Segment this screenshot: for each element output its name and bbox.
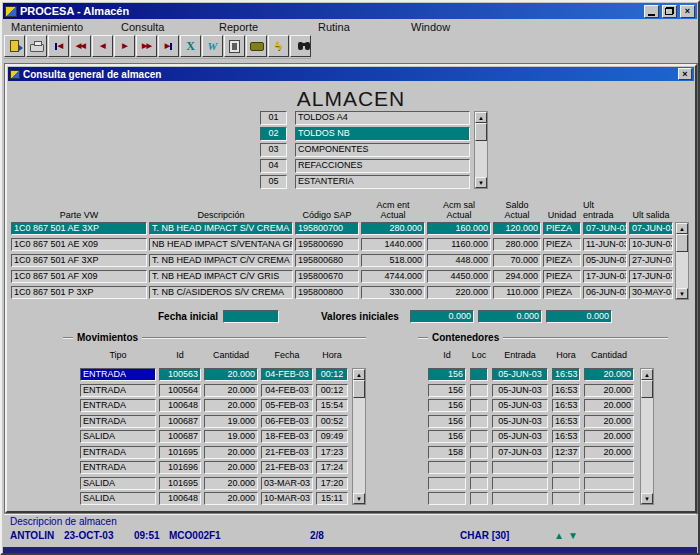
table-cell[interactable]: 17:24 xyxy=(316,461,348,474)
table-cell[interactable]: 17:20 xyxy=(316,477,348,490)
table-cell[interactable]: 16:53 xyxy=(552,415,580,428)
table-cell[interactable]: 100564 xyxy=(159,384,201,397)
table-cell[interactable]: 05-JUN-03 xyxy=(583,254,627,267)
table-cell[interactable]: 20.000 xyxy=(204,492,258,505)
menu-window[interactable]: Window xyxy=(411,21,450,33)
previous-block-button[interactable]: ◀◀ xyxy=(70,35,91,57)
scroll-down-icon[interactable]: ▼ xyxy=(641,493,653,504)
table-cell[interactable]: 156 xyxy=(428,384,466,397)
table-cell[interactable]: ENTRADA xyxy=(80,415,156,428)
first-record-button[interactable]: ◀ xyxy=(48,35,69,57)
table-cell[interactable] xyxy=(470,461,488,474)
table-cell[interactable] xyxy=(492,492,548,505)
table-cell[interactable]: 20.000 xyxy=(204,446,258,459)
scroll-down-icon[interactable]: ▼ xyxy=(475,177,487,188)
table-cell[interactable]: ENTRADA xyxy=(80,384,156,397)
table-cell[interactable]: 4744.000 xyxy=(361,270,425,283)
table-cell[interactable]: PIEZA xyxy=(543,238,581,251)
table-cell[interactable]: 195800700 xyxy=(295,222,359,235)
scrollbar-track[interactable] xyxy=(676,252,688,288)
table-cell[interactable]: 05-FEB-03 xyxy=(261,399,313,412)
table-cell[interactable]: 27-JUN-03 xyxy=(629,254,673,267)
execute-query-button[interactable]: ϟ xyxy=(268,35,289,57)
table-cell[interactable]: 20.000 xyxy=(204,384,258,397)
table-cell[interactable]: 110.000 xyxy=(493,286,541,299)
table-cell[interactable]: 17-JUN-03 xyxy=(629,270,673,283)
table-cell[interactable]: 195800800 xyxy=(295,286,359,299)
table-cell[interactable]: 1C0 867 501 AE 3XP xyxy=(11,222,147,235)
table-cell[interactable]: ENTRADA xyxy=(80,446,156,459)
next-record-button[interactable]: ▶ xyxy=(114,35,135,57)
scroll-up-icon[interactable]: ▲ xyxy=(475,112,487,123)
scrollbar-track[interactable] xyxy=(353,398,365,493)
table-cell[interactable]: 70.000 xyxy=(493,254,541,267)
last-record-button[interactable]: ▶ xyxy=(158,35,179,57)
table-cell[interactable]: 294.000 xyxy=(493,270,541,283)
table-cell[interactable]: 1C0 867 501 AF X09 xyxy=(11,270,147,283)
table-cell[interactable] xyxy=(470,430,488,443)
table-cell[interactable]: ENTRADA xyxy=(80,461,156,474)
table-cell[interactable]: 15:11 xyxy=(316,492,348,505)
export-excel-button[interactable]: X xyxy=(180,35,201,57)
menu-rutina[interactable]: Rutina xyxy=(318,21,350,33)
table-cell[interactable]: PIEZA xyxy=(543,286,581,299)
title-bar[interactable]: PROCESA - Almacén × xyxy=(3,3,697,19)
table-cell[interactable]: 18-FEB-03 xyxy=(261,430,313,443)
edit-document-button[interactable] xyxy=(224,35,245,57)
table-cell[interactable]: 101696 xyxy=(159,461,201,474)
table-cell[interactable] xyxy=(470,446,488,459)
table-cell[interactable]: 160.000 xyxy=(427,222,491,235)
table-cell[interactable]: 20.000 xyxy=(204,399,258,412)
warehouse-list-scrollbar[interactable]: ▲ ▼ xyxy=(474,111,488,189)
table-cell[interactable] xyxy=(492,477,548,490)
print-button[interactable] xyxy=(26,35,47,57)
table-cell[interactable]: 20.000 xyxy=(584,446,634,459)
table-cell[interactable]: 156 xyxy=(428,430,466,443)
table-cell[interactable] xyxy=(428,477,466,490)
scroll-up-icon[interactable]: ▲ xyxy=(353,369,365,380)
table-cell[interactable] xyxy=(428,461,466,474)
table-cell[interactable]: 1C0 867 501 AE X09 xyxy=(11,238,147,251)
table-cell[interactable]: 17-JUN-03 xyxy=(583,270,627,283)
warehouse-code-cell[interactable]: 03 xyxy=(260,143,287,157)
table-cell[interactable]: T. NB HEAD IMPACT C/V CREMA xyxy=(149,254,293,267)
consulta-close-button[interactable]: × xyxy=(678,68,692,80)
table-cell[interactable]: 220.000 xyxy=(427,286,491,299)
exit-button[interactable] xyxy=(4,35,25,57)
table-cell[interactable] xyxy=(584,492,634,505)
next-block-button[interactable]: ▶▶ xyxy=(136,35,157,57)
table-cell[interactable] xyxy=(470,415,488,428)
table-cell[interactable]: 195800680 xyxy=(295,254,359,267)
table-cell[interactable]: 06-JUN-03 xyxy=(583,286,627,299)
warehouse-code-cell[interactable]: 01 xyxy=(260,111,287,125)
table-cell[interactable]: 10-MAR-03 xyxy=(261,492,313,505)
table-cell[interactable]: 20.000 xyxy=(204,477,258,490)
table-cell[interactable] xyxy=(470,399,488,412)
scroll-down-icon[interactable]: ▼ xyxy=(676,288,688,299)
table-cell[interactable]: 21-FEB-03 xyxy=(261,461,313,474)
table-cell[interactable]: 16:53 xyxy=(552,368,580,381)
scroll-up-icon[interactable]: ▲ xyxy=(641,369,653,380)
table-cell[interactable]: 330.000 xyxy=(361,286,425,299)
warehouse-name-cell[interactable]: ESTANTERIA xyxy=(295,175,470,189)
scroll-up-icon[interactable]: ▲ xyxy=(676,223,688,234)
export-word-button[interactable]: W xyxy=(202,35,223,57)
table-cell[interactable]: 05-JUN-03 xyxy=(492,384,548,397)
restore-button[interactable] xyxy=(662,5,677,18)
table-cell[interactable]: 12:37 xyxy=(552,446,580,459)
table-cell[interactable]: 4450.000 xyxy=(427,270,491,283)
table-cell[interactable]: 05-JUN-03 xyxy=(492,415,548,428)
table-cell[interactable]: PIEZA xyxy=(543,270,581,283)
table-cell[interactable]: 10-JUN-03 xyxy=(629,238,673,251)
warehouse-code-cell[interactable]: 02 xyxy=(260,127,287,141)
table-cell[interactable]: 05-JUN-03 xyxy=(492,368,548,381)
table-cell[interactable]: ENTRADA xyxy=(80,399,156,412)
warehouse-code-cell[interactable]: 04 xyxy=(260,159,287,173)
table-cell[interactable]: NB HEAD IMPACT S/VENTANA GRIS xyxy=(149,238,293,251)
table-cell[interactable]: 280.000 xyxy=(493,238,541,251)
table-cell[interactable] xyxy=(552,461,580,474)
table-cell[interactable]: 00:12 xyxy=(316,368,348,381)
valor-inicial-field[interactable]: 0.000 xyxy=(478,310,542,323)
table-cell[interactable]: 20.000 xyxy=(204,461,258,474)
scrollbar-track[interactable] xyxy=(641,398,653,493)
